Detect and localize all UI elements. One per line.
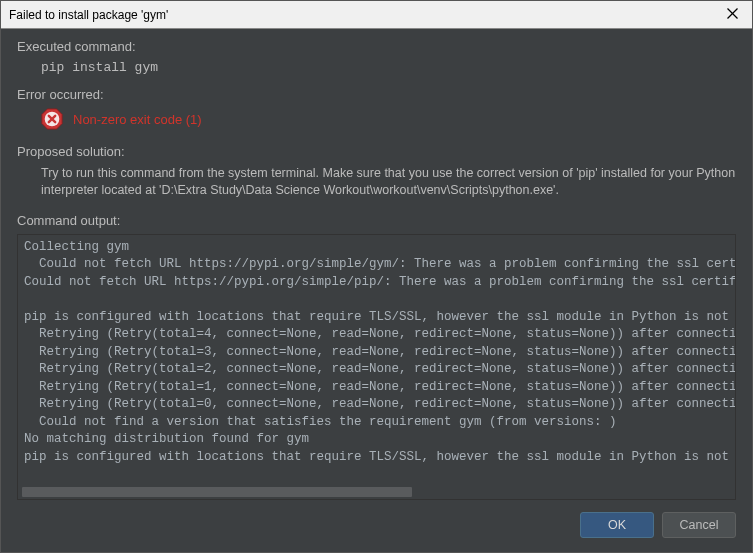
close-icon xyxy=(727,7,738,22)
error-label: Error occurred: xyxy=(17,87,736,102)
horizontal-scrollbar[interactable] xyxy=(22,487,731,497)
close-button[interactable] xyxy=(712,1,752,29)
command-output-box: Collecting gym Could not fetch URL https… xyxy=(17,234,736,500)
dialog-content: Executed command: pip install gym Error … xyxy=(1,29,752,228)
solution-text: Try to run this command from the system … xyxy=(17,165,736,199)
button-row: OK Cancel xyxy=(1,500,752,550)
solution-label: Proposed solution: xyxy=(17,144,736,159)
error-row: Non-zero exit code (1) xyxy=(17,108,736,130)
ok-button[interactable]: OK xyxy=(580,512,654,538)
window-title: Failed to install package 'gym' xyxy=(9,8,168,22)
scrollbar-thumb[interactable] xyxy=(22,487,412,497)
error-message: Non-zero exit code (1) xyxy=(73,112,202,127)
command-output-text[interactable]: Collecting gym Could not fetch URL https… xyxy=(18,235,735,485)
executed-command: pip install gym xyxy=(17,60,736,75)
output-label: Command output: xyxy=(17,213,736,228)
cancel-button[interactable]: Cancel xyxy=(662,512,736,538)
executed-label: Executed command: xyxy=(17,39,736,54)
titlebar: Failed to install package 'gym' xyxy=(1,1,752,29)
error-icon xyxy=(41,108,63,130)
